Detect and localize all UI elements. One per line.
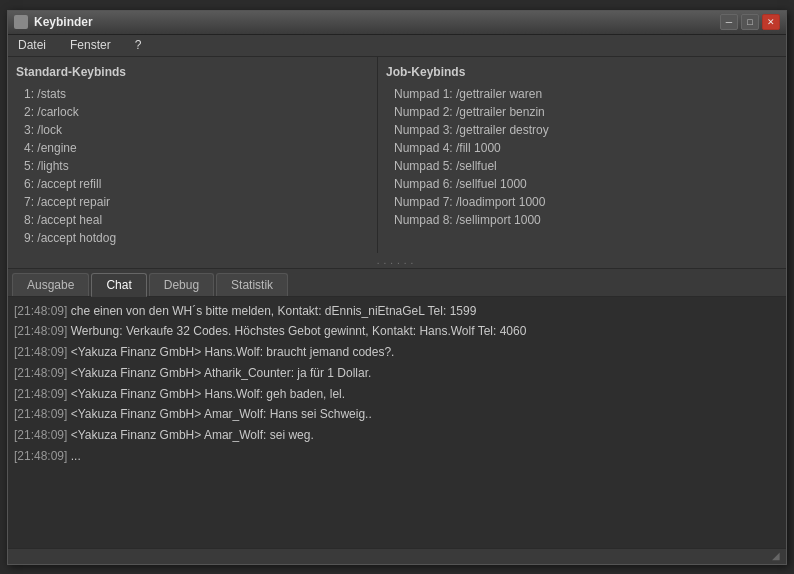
list-item: 9: /accept hotdog [16,229,369,247]
chat-line-3: [21:48:09] <Yakuza Finanz GmbH> Atharik_… [14,363,780,384]
list-item: Numpad 1: /gettrailer waren [386,85,778,103]
list-item: Numpad 7: /loadimport 1000 [386,193,778,211]
chat-time: [21:48:09] [14,366,67,380]
list-item: Numpad 2: /gettrailer benzin [386,103,778,121]
tab-statistik[interactable]: Statistik [216,273,288,296]
chat-text: <Yakuza Finanz GmbH> Hans.Wolf: geh bade… [71,387,345,401]
chat-line-2: [21:48:09] <Yakuza Finanz GmbH> Hans.Wol… [14,342,780,363]
standard-keybinds-list: 1: /stats 2: /carlock 3: /lock 4: /engin… [16,85,369,247]
list-item: 3: /lock [16,121,369,139]
title-controls: ─ □ ✕ [720,14,780,30]
chat-text: Werbung: Verkaufe 32 Codes. Höchstes Geb… [71,324,527,338]
list-item: 6: /accept refill [16,175,369,193]
maximize-button[interactable]: □ [741,14,759,30]
chat-log[interactable]: [21:48:09] che einen von den WH´s bitte … [8,297,786,548]
chat-time: [21:48:09] [14,304,67,318]
chat-line-7: [21:48:09] ... [14,446,780,467]
left-panel: Standard-Keybinds 1: /stats 2: /carlock … [8,57,378,253]
chat-line-5: [21:48:09] <Yakuza Finanz GmbH> Amar_Wol… [14,404,780,425]
resize-handle[interactable]: ◢ [772,550,784,562]
minimize-button[interactable]: ─ [720,14,738,30]
chat-time: [21:48:09] [14,428,67,442]
bottom-panel: Ausgabe Chat Debug Statistik [21:48:09] … [8,268,786,548]
list-item: Numpad 4: /fill 1000 [386,139,778,157]
list-item: 2: /carlock [16,103,369,121]
chat-line-1: [21:48:09] Werbung: Verkaufe 32 Codes. H… [14,321,780,342]
title-bar: Keybinder ─ □ ✕ [8,11,786,35]
list-item: Numpad 6: /sellfuel 1000 [386,175,778,193]
title-bar-left: Keybinder [14,15,93,29]
tab-chat[interactable]: Chat [91,273,146,297]
chat-time: [21:48:09] [14,345,67,359]
app-icon [14,15,28,29]
chat-text: <Yakuza Finanz GmbH> Amar_Wolf: Hans sei… [71,407,372,421]
chat-time: [21:48:09] [14,324,67,338]
chat-time: [21:48:09] [14,449,67,463]
chat-text: <Yakuza Finanz GmbH> Atharik_Counter: ja… [71,366,372,380]
chat-line-0: [21:48:09] che einen von den WH´s bitte … [14,301,780,322]
standard-keybinds-title: Standard-Keybinds [16,65,369,79]
job-keybinds-list: Numpad 1: /gettrailer waren Numpad 2: /g… [386,85,778,229]
right-panel: Job-Keybinds Numpad 1: /gettrailer waren… [378,57,786,253]
window-title: Keybinder [34,15,93,29]
list-item: 5: /lights [16,157,369,175]
chat-time: [21:48:09] [14,387,67,401]
job-keybinds-title: Job-Keybinds [386,65,778,79]
tabs-bar: Ausgabe Chat Debug Statistik [8,269,786,297]
content-area: Standard-Keybinds 1: /stats 2: /carlock … [8,57,786,253]
close-button[interactable]: ✕ [762,14,780,30]
chat-text: <Yakuza Finanz GmbH> Hans.Wolf: braucht … [71,345,395,359]
main-window: Keybinder ─ □ ✕ Datei Fenster ? Standard… [7,10,787,565]
list-item: Numpad 3: /gettrailer destroy [386,121,778,139]
menu-help[interactable]: ? [131,36,146,54]
chat-line-6: [21:48:09] <Yakuza Finanz GmbH> Amar_Wol… [14,425,780,446]
list-item: 4: /engine [16,139,369,157]
list-item: 7: /accept repair [16,193,369,211]
window-bottom: ◢ [8,548,786,564]
list-item: Numpad 5: /sellfuel [386,157,778,175]
chat-time: [21:48:09] [14,407,67,421]
chat-text: ... [71,449,81,463]
list-item: 8: /accept heal [16,211,369,229]
chat-text: <Yakuza Finanz GmbH> Amar_Wolf: sei weg. [71,428,314,442]
dots-separator: ...... [8,253,786,268]
menu-fenster[interactable]: Fenster [66,36,115,54]
tab-ausgabe[interactable]: Ausgabe [12,273,89,296]
tab-debug[interactable]: Debug [149,273,214,296]
chat-line-4: [21:48:09] <Yakuza Finanz GmbH> Hans.Wol… [14,384,780,405]
list-item: 1: /stats [16,85,369,103]
chat-text: che einen von den WH´s bitte melden, Kon… [71,304,477,318]
menu-bar: Datei Fenster ? [8,35,786,57]
menu-datei[interactable]: Datei [14,36,50,54]
list-item: Numpad 8: /sellimport 1000 [386,211,778,229]
